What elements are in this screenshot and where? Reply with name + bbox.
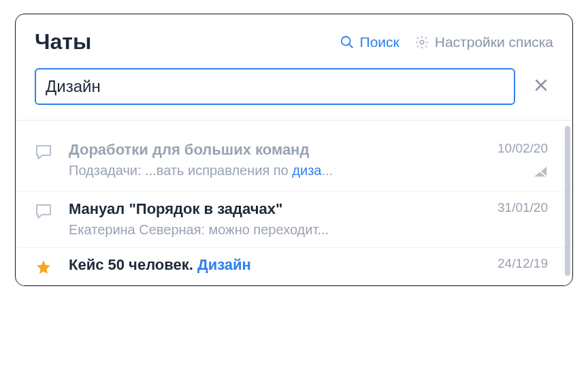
chat-list: Доработки для больших команд Подзадачи: … [16, 121, 572, 285]
chat-row-main: Мануал "Порядок в задачах" Екатерина Сев… [69, 200, 468, 238]
chat-date: 10/02/20 [483, 141, 548, 156]
chat-title: Кейс 50 человек. Дизайн [69, 256, 468, 274]
header-row: Чаты Поиск Настройки списка [16, 14, 572, 61]
chat-subtitle: Подзадачи: ...вать исправления по диза..… [69, 163, 468, 178]
settings-link[interactable]: Настройки списка [414, 34, 553, 50]
chat-title: Мануал "Порядок в задачах" [69, 200, 468, 218]
chat-row-main: Доработки для больших команд Подзадачи: … [69, 141, 468, 178]
settings-link-label: Настройки списка [435, 34, 553, 50]
chat-row-side: 10/02/20 [483, 141, 548, 182]
chat-row[interactable]: Мануал "Порядок в задачах" Екатерина Сев… [16, 192, 572, 248]
search-link-label: Поиск [360, 34, 399, 50]
svg-point-2 [420, 40, 424, 44]
star-icon [35, 259, 52, 275]
search-link[interactable]: Поиск [340, 34, 399, 50]
search-row [16, 61, 572, 121]
chat-date: 24/12/19 [483, 256, 548, 271]
gear-icon [414, 35, 429, 50]
chat-title: Доработки для больших команд [69, 141, 468, 159]
search-icon [340, 35, 355, 50]
page-title: Чаты [35, 29, 91, 54]
scrollbar-thumb[interactable] [565, 126, 570, 276]
svg-point-0 [341, 36, 350, 45]
search-input[interactable] [46, 77, 504, 96]
search-box[interactable] [35, 68, 515, 105]
chat-row-side: 31/01/20 [483, 200, 548, 215]
chat-icon-slot [33, 256, 54, 275]
chat-row[interactable]: Доработки для больших команд Подзадачи: … [16, 133, 572, 192]
chat-bubble-icon [35, 144, 52, 160]
chat-date: 31/01/20 [483, 200, 548, 215]
chat-icon-slot [33, 141, 54, 160]
clear-search-button[interactable] [529, 73, 553, 101]
muted-icon [533, 164, 548, 179]
chat-bubble-icon [35, 203, 52, 219]
chat-row-main: Кейс 50 человек. Дизайн [69, 256, 468, 274]
close-icon [533, 77, 549, 93]
chats-panel: Чаты Поиск Настройки списка [15, 14, 573, 286]
chat-subtitle: Екатерина Северная: можно переходит... [69, 222, 468, 238]
chat-row-side: 24/12/19 [483, 256, 548, 271]
chat-icon-slot [33, 200, 54, 219]
chat-row[interactable]: Кейс 50 человек. Дизайн 24/12/19 [16, 248, 572, 285]
svg-line-1 [348, 44, 353, 48]
header-actions: Поиск Настройки списка [340, 34, 553, 50]
